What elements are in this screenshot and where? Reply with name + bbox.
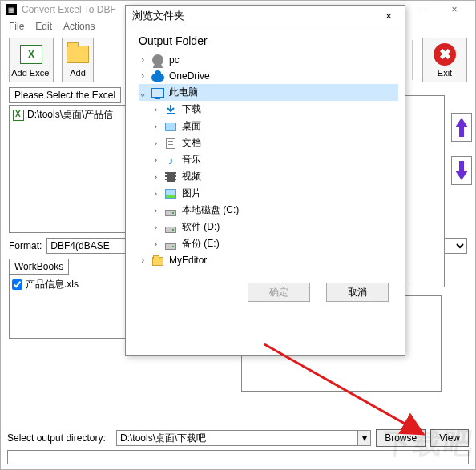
xls-icon xyxy=(13,110,24,121)
tree-node-drive-e[interactable]: › 备份 (E:) xyxy=(139,235,398,252)
tree-node-downloads[interactable]: › 下载 xyxy=(139,101,398,118)
menu-edit[interactable]: Edit xyxy=(35,21,52,32)
menu-actions[interactable]: Actions xyxy=(63,21,95,32)
minimize-button[interactable]: — xyxy=(406,2,438,18)
dialog-title: 浏览文件夹 xyxy=(132,9,379,23)
expand-icon[interactable]: › xyxy=(151,188,159,199)
tree-node-music[interactable]: › ♪ 音乐 xyxy=(139,151,398,168)
tree-node-drive-d[interactable]: › 软件 (D:) xyxy=(139,219,398,235)
app-icon: ▦ xyxy=(6,4,17,15)
cancel-button[interactable]: 取消 xyxy=(326,283,389,302)
exit-button[interactable]: ✖ Exit xyxy=(422,38,467,82)
expand-icon[interactable]: › xyxy=(139,70,147,82)
desktop-icon xyxy=(165,123,176,131)
select-excel-label: Please Select the Excel xyxy=(9,87,121,103)
toolbar-separator xyxy=(412,40,413,80)
dialog-subtitle: Output Folder xyxy=(126,26,405,52)
folder-icon xyxy=(152,257,163,266)
video-icon xyxy=(165,172,176,182)
expand-icon[interactable]: › xyxy=(151,205,159,216)
folder-icon xyxy=(67,46,89,63)
workbook-name: 产品信息.xls xyxy=(26,278,79,291)
expand-icon[interactable]: › xyxy=(151,171,159,183)
browse-button[interactable]: Browse xyxy=(376,429,426,447)
excel-icon: X xyxy=(20,45,42,64)
music-icon: ♪ xyxy=(164,154,177,167)
expand-icon[interactable]: › xyxy=(151,155,159,166)
drive-icon xyxy=(165,227,176,233)
add-folder-label: Add xyxy=(70,68,86,78)
tree-node-onedrive[interactable]: › OneDrive xyxy=(139,68,398,84)
tree-node-this-pc[interactable]: ⌄ 此电脑 xyxy=(139,84,398,101)
file-path-text: D:\tools\桌面\产品信 xyxy=(27,108,113,122)
tree-node-desktop[interactable]: › 桌面 xyxy=(139,118,398,135)
menu-file[interactable]: File xyxy=(9,21,24,32)
workbooks-label: WorkBooks xyxy=(9,259,69,275)
expand-icon[interactable]: › xyxy=(151,104,159,115)
dialog-close-button[interactable]: × xyxy=(379,8,398,24)
drive-icon xyxy=(165,243,176,250)
view-button[interactable]: View xyxy=(430,429,469,447)
computer-icon xyxy=(151,88,164,98)
output-dir-label: Select output directory: xyxy=(7,432,111,444)
expand-icon[interactable]: › xyxy=(139,255,147,266)
move-down-button[interactable] xyxy=(451,156,472,185)
drive-icon xyxy=(165,210,176,216)
expand-icon[interactable]: › xyxy=(151,239,159,250)
expand-icon[interactable]: › xyxy=(139,54,147,66)
expand-icon[interactable]: › xyxy=(151,121,159,132)
tree-node-pictures[interactable]: › 图片 xyxy=(139,185,398,202)
close-button[interactable]: × xyxy=(438,2,470,18)
chevron-down-icon[interactable]: ▾ xyxy=(357,431,370,445)
tree-node-documents[interactable]: › 文档 xyxy=(139,135,398,151)
status-bar xyxy=(7,450,469,464)
add-folder-button[interactable]: Add xyxy=(62,38,94,82)
move-up-button[interactable] xyxy=(451,113,472,142)
format-label: Format: xyxy=(9,240,42,251)
collapse-icon[interactable]: ⌄ xyxy=(139,87,147,98)
download-icon xyxy=(164,103,177,116)
dialog-titlebar: 浏览文件夹 × xyxy=(126,6,405,26)
tree-node-pc[interactable]: › pc xyxy=(139,52,398,68)
add-excel-label: Add Excel xyxy=(11,68,51,78)
ok-button[interactable]: 确定 xyxy=(248,283,310,302)
arrow-up-icon xyxy=(455,118,468,137)
expand-icon[interactable]: › xyxy=(151,222,159,233)
expand-icon[interactable]: › xyxy=(151,138,159,149)
output-dir-path: D:\tools\桌面\下载吧 xyxy=(120,432,206,445)
picture-icon xyxy=(165,189,176,199)
tree-node-myeditor[interactable]: › MyEditor xyxy=(139,252,398,268)
user-icon xyxy=(152,54,163,66)
browse-folder-dialog: 浏览文件夹 × Output Folder › pc › OneDrive ⌄ … xyxy=(125,5,405,356)
folder-tree[interactable]: › pc › OneDrive ⌄ 此电脑 › 下载 › 桌面 › 文档 xyxy=(126,52,405,275)
arrow-down-icon xyxy=(455,161,468,180)
exit-icon: ✖ xyxy=(434,43,456,66)
cloud-icon xyxy=(151,74,164,82)
exit-label: Exit xyxy=(438,68,452,78)
tree-node-videos[interactable]: › 视频 xyxy=(139,168,398,185)
output-dir-combo[interactable]: D:\tools\桌面\下载吧 ▾ xyxy=(116,430,371,446)
tree-node-drive-c[interactable]: › 本地磁盘 (C:) xyxy=(139,202,398,219)
document-icon xyxy=(166,138,175,149)
add-excel-button[interactable]: X Add Excel xyxy=(9,38,54,82)
workbook-checkbox[interactable] xyxy=(12,279,22,290)
